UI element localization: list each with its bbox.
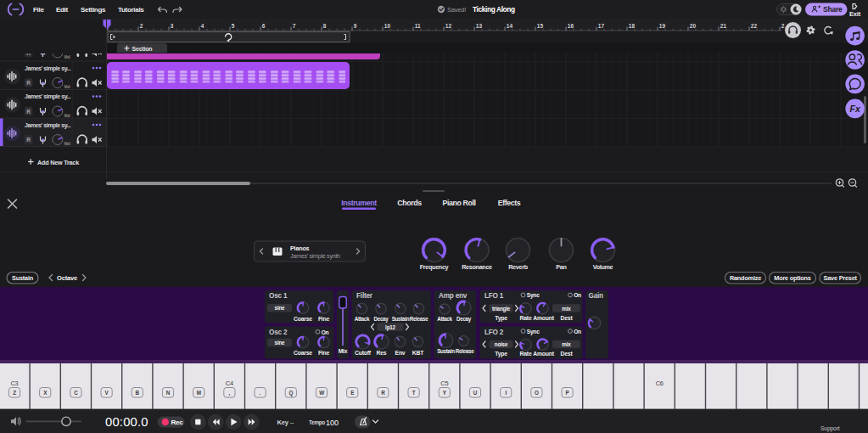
svg-text:Add New Track: Add New Track bbox=[37, 159, 79, 166]
svg-text:triangle: triangle bbox=[492, 306, 511, 312]
svg-text:N: N bbox=[166, 390, 171, 396]
svg-text:5: 5 bbox=[232, 23, 235, 29]
svg-text:File: File bbox=[33, 6, 44, 14]
svg-text:James' simple synth: James' simple synth bbox=[290, 252, 340, 260]
svg-text:14: 14 bbox=[507, 23, 513, 29]
svg-text:Amount: Amount bbox=[533, 315, 554, 321]
svg-text:Attack: Attack bbox=[437, 316, 452, 322]
svg-text:Edit: Edit bbox=[56, 6, 69, 14]
svg-text:Filter: Filter bbox=[356, 292, 373, 300]
svg-text:Q: Q bbox=[288, 390, 293, 396]
svg-text:Share: Share bbox=[823, 5, 843, 14]
svg-text:Instrument: Instrument bbox=[341, 199, 377, 207]
svg-text:Rate: Rate bbox=[520, 315, 532, 321]
svg-text:Fx: Fx bbox=[850, 104, 861, 114]
svg-text:M: M bbox=[197, 390, 201, 396]
svg-text:James' simple sy...: James' simple sy... bbox=[25, 122, 71, 129]
svg-text:Amount: Amount bbox=[533, 351, 554, 357]
svg-text:Type: Type bbox=[495, 315, 507, 322]
svg-text:James' simple sy...: James' simple sy... bbox=[25, 93, 71, 100]
svg-text:Reverb: Reverb bbox=[508, 263, 528, 271]
svg-text:R: R bbox=[26, 50, 31, 56]
svg-text:Volume: Volume bbox=[593, 263, 613, 271]
svg-text:W: W bbox=[319, 390, 324, 396]
svg-text:Effects: Effects bbox=[498, 199, 521, 207]
svg-text:Rec: Rec bbox=[171, 419, 184, 426]
svg-text:Res: Res bbox=[377, 350, 387, 356]
svg-text:Mix: Mix bbox=[339, 348, 348, 354]
svg-text:O: O bbox=[535, 390, 539, 396]
svg-text:4: 4 bbox=[201, 23, 204, 29]
svg-text:00:00.0: 00:00.0 bbox=[105, 415, 148, 429]
svg-text:20: 20 bbox=[690, 23, 697, 29]
svg-text:Key: Key bbox=[277, 419, 289, 426]
svg-text:Sustain: Sustain bbox=[437, 348, 455, 354]
svg-text:On: On bbox=[574, 329, 581, 335]
svg-text:Osc 1: Osc 1 bbox=[269, 292, 288, 300]
svg-text:sine: sine bbox=[275, 340, 285, 346]
svg-text:Support: Support bbox=[820, 425, 840, 432]
svg-text:100: 100 bbox=[326, 419, 339, 427]
svg-text:Vol: Vol bbox=[64, 84, 71, 89]
svg-text:Ticking Along: Ticking Along bbox=[473, 5, 515, 14]
svg-text:Tutorials: Tutorials bbox=[118, 6, 144, 14]
svg-text:21: 21 bbox=[720, 23, 727, 29]
svg-text:C: C bbox=[74, 390, 78, 396]
svg-text:8: 8 bbox=[323, 23, 327, 29]
svg-text:Env: Env bbox=[395, 350, 406, 356]
svg-text:Octave: Octave bbox=[57, 274, 77, 282]
svg-text:19: 19 bbox=[659, 23, 666, 29]
svg-text:C4: C4 bbox=[226, 380, 233, 387]
svg-text:KBT: KBT bbox=[412, 350, 424, 356]
svg-text:R: R bbox=[26, 137, 31, 143]
svg-text:On: On bbox=[322, 329, 329, 335]
svg-text:Rate: Rate bbox=[520, 351, 532, 357]
svg-text:P: P bbox=[566, 390, 569, 396]
svg-text:Decay: Decay bbox=[456, 316, 472, 323]
svg-text:16: 16 bbox=[568, 23, 574, 29]
svg-text:15: 15 bbox=[537, 23, 544, 29]
svg-text:On: On bbox=[574, 292, 581, 298]
svg-text:10: 10 bbox=[384, 23, 391, 29]
svg-text:Exit: Exit bbox=[849, 10, 861, 18]
svg-text:6: 6 bbox=[262, 23, 266, 29]
svg-text:Dest: Dest bbox=[561, 315, 574, 321]
svg-text:C6: C6 bbox=[656, 380, 664, 387]
svg-text:13: 13 bbox=[476, 23, 483, 29]
svg-text:More options: More options bbox=[774, 274, 811, 282]
svg-text:Sync: Sync bbox=[527, 329, 540, 335]
svg-text:17: 17 bbox=[598, 23, 605, 29]
svg-text:LFO 1: LFO 1 bbox=[484, 292, 504, 300]
svg-text:Settings: Settings bbox=[81, 6, 106, 14]
svg-text:Resonance: Resonance bbox=[462, 263, 492, 271]
svg-text:Cutoff: Cutoff bbox=[355, 350, 372, 356]
svg-text:–: – bbox=[290, 419, 294, 426]
svg-text:Type: Type bbox=[495, 351, 507, 357]
svg-text:R: R bbox=[26, 80, 31, 86]
svg-text:11: 11 bbox=[415, 23, 421, 29]
svg-text:C5: C5 bbox=[440, 380, 448, 387]
svg-text:Vol: Vol bbox=[64, 141, 71, 146]
svg-text:Pianos: Pianos bbox=[290, 245, 310, 252]
svg-text:James' simple sy...: James' simple sy... bbox=[25, 65, 71, 72]
svg-text:2: 2 bbox=[781, 23, 785, 29]
svg-text:Coarse: Coarse bbox=[294, 316, 312, 322]
svg-text:LFO 2: LFO 2 bbox=[484, 329, 504, 336]
svg-text:Tempo: Tempo bbox=[309, 419, 325, 426]
svg-text:mix: mix bbox=[562, 306, 571, 312]
svg-text:B: B bbox=[136, 390, 140, 396]
svg-text:Dest: Dest bbox=[561, 351, 574, 357]
svg-text:Section: Section bbox=[132, 45, 153, 51]
svg-text:mix: mix bbox=[562, 341, 571, 347]
svg-text:T: T bbox=[412, 390, 416, 396]
svg-text:Piano Roll: Piano Roll bbox=[442, 199, 475, 207]
svg-text:Sustain: Sustain bbox=[12, 274, 33, 282]
svg-text:Saved!: Saved! bbox=[447, 6, 466, 14]
svg-text:C3: C3 bbox=[10, 380, 18, 387]
svg-text:noise: noise bbox=[495, 341, 508, 347]
svg-text:9: 9 bbox=[354, 23, 357, 29]
svg-text:sine: sine bbox=[275, 305, 285, 311]
svg-text:12: 12 bbox=[445, 23, 452, 29]
svg-text:U: U bbox=[473, 390, 478, 396]
svg-text:Sync: Sync bbox=[527, 292, 540, 299]
